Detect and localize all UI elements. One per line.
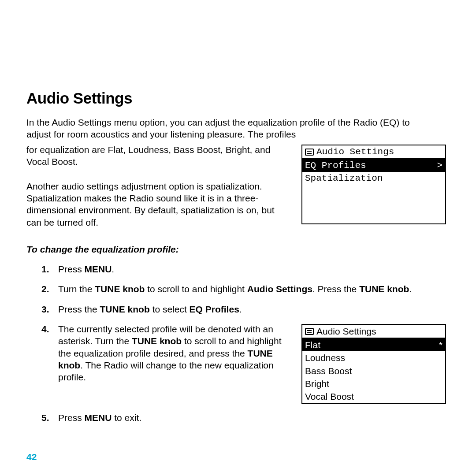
- step-5: Press MENU to exit.: [41, 412, 446, 424]
- screen-row-spatialization: Spatialization: [302, 172, 445, 185]
- intro-left-column: for equalization are Flat, Loudness, Bas…: [26, 144, 291, 228]
- step-text: to scroll to and highlight: [145, 284, 247, 294]
- screen-row-eq-profiles: EQ Profiles >: [302, 159, 445, 172]
- tune-knob-keyword: TUNE knob: [100, 304, 150, 314]
- step-1: Press MENU.: [41, 263, 446, 275]
- step-2: Turn the TUNE knob to scroll to and high…: [41, 283, 446, 295]
- screen-title-row: Audio Settings: [302, 145, 445, 159]
- screen-row-flat: Flat *: [302, 338, 445, 351]
- step-text: .: [409, 284, 412, 294]
- screen-row-label: Spatialization: [305, 173, 443, 184]
- screen-row-label: Bright: [305, 378, 443, 389]
- audio-settings-keyword: Audio Settings: [247, 284, 312, 294]
- eq-profiles-keyword: EQ Profiles: [190, 304, 239, 314]
- spatialization-paragraph: Another audio settings adjustment option…: [26, 180, 291, 228]
- intro-paragraph-lead: In the Audio Settings menu option, you c…: [26, 116, 436, 141]
- screen-row-loudness: Loudness: [302, 351, 445, 364]
- step-text: Turn the: [58, 284, 95, 294]
- page-number: 42: [26, 451, 37, 463]
- tune-knob-keyword: TUNE knob: [132, 336, 182, 346]
- step-4-text: The currently selected profile will be d…: [58, 323, 291, 383]
- page-title: Audio Settings: [26, 88, 446, 108]
- screen-title-text: Audio Settings: [316, 326, 376, 337]
- screen-row-label: EQ Profiles: [305, 160, 435, 171]
- menu-keyword: MENU: [85, 413, 112, 423]
- list-icon: [305, 149, 314, 156]
- screen-eq-profiles-list: Audio Settings Flat * Loudness Bass Boos…: [301, 324, 446, 404]
- screen-row-bright: Bright: [302, 377, 445, 390]
- step-text: .: [239, 304, 242, 314]
- screen-row-label: Loudness: [305, 352, 443, 363]
- step-text: Press: [58, 413, 85, 423]
- step-text: to select: [150, 304, 190, 314]
- screen-title-text: Audio Settings: [316, 146, 394, 157]
- instructions-heading: To change the equalization profile:: [26, 243, 446, 255]
- step-3: Press the TUNE knob to select EQ Profile…: [41, 303, 446, 315]
- screen-row-vocal-boost: Vocal Boost: [302, 390, 445, 403]
- screen-row-blank: [302, 198, 445, 211]
- steps-list: Press MENU. Turn the TUNE knob to scroll…: [41, 263, 446, 424]
- screen-title-row: Audio Settings: [302, 325, 445, 338]
- intro-row: for equalization are Flat, Loudness, Bas…: [26, 144, 446, 228]
- screen-row-label: Bass Boost: [305, 365, 443, 376]
- step-text: Press the: [58, 304, 100, 314]
- screen-row-blank: [302, 211, 445, 223]
- screen-row-label: Flat: [305, 339, 437, 350]
- manual-page: Audio Settings In the Audio Settings men…: [0, 0, 476, 476]
- asterisk-icon: *: [437, 339, 443, 350]
- chevron-right-icon: >: [435, 160, 443, 171]
- step-4: The currently selected profile will be d…: [41, 323, 446, 404]
- step-text: .: [112, 264, 114, 274]
- intro-paragraph-tail: for equalization are Flat, Loudness, Bas…: [26, 144, 291, 168]
- step-text: Press: [58, 264, 85, 274]
- list-icon: [305, 328, 314, 335]
- menu-keyword: MENU: [85, 264, 112, 274]
- step-text: . Press the: [312, 284, 359, 294]
- step-text: to exit.: [112, 413, 141, 423]
- screen-row-label: Vocal Boost: [305, 391, 443, 402]
- tune-knob-keyword: TUNE knob: [95, 284, 145, 294]
- tune-knob-keyword: TUNE knob: [359, 284, 409, 294]
- screen-row-bass-boost: Bass Boost: [302, 364, 445, 377]
- screen-audio-settings-menu: Audio Settings EQ Profiles > Spatializat…: [301, 145, 446, 224]
- step-text: . The Radio will change to the new equal…: [58, 360, 274, 382]
- screen-row-blank: [302, 185, 445, 198]
